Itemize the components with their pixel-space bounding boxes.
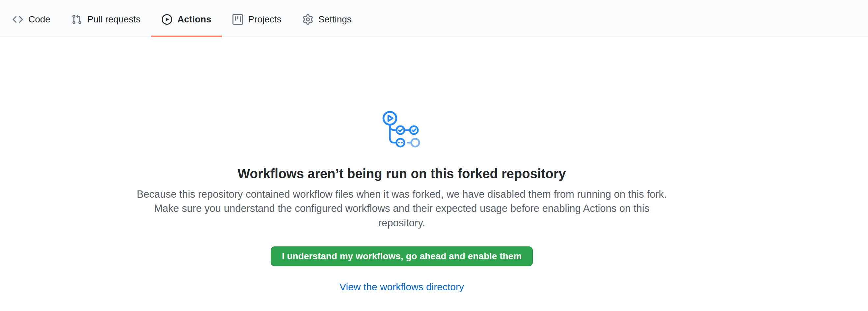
repo-tab-bar: Code Pull requests Actions Projects Sett… [0, 0, 868, 37]
tab-code[interactable]: Code [2, 0, 61, 37]
blankslate: Workflows aren’t being run on this forke… [132, 37, 672, 292]
workflow-graphic-icon [382, 111, 421, 151]
tab-label: Actions [178, 15, 211, 24]
gear-icon [303, 14, 313, 25]
page-title: Workflows aren’t being run on this forke… [132, 165, 672, 182]
project-icon [232, 14, 243, 25]
tab-label: Code [28, 15, 51, 24]
git-pull-request-icon [71, 14, 82, 25]
tab-label: Settings [318, 15, 352, 24]
enable-workflows-button[interactable]: I understand my workflows, go ahead and … [271, 246, 533, 266]
play-icon [162, 14, 172, 25]
code-icon [12, 14, 23, 25]
actions-disabled-page: Workflows aren’t being run on this forke… [0, 37, 868, 292]
tab-pull-requests[interactable]: Pull requests [61, 0, 151, 37]
tab-settings[interactable]: Settings [292, 0, 362, 37]
view-workflows-directory-link[interactable]: View the workflows directory [340, 281, 464, 292]
tab-actions[interactable]: Actions [151, 0, 222, 37]
tab-label: Pull requests [87, 15, 141, 24]
tab-label: Projects [248, 15, 282, 24]
tab-projects[interactable]: Projects [222, 0, 292, 37]
disabled-workflows-description: Because this repository contained workfl… [136, 187, 668, 230]
